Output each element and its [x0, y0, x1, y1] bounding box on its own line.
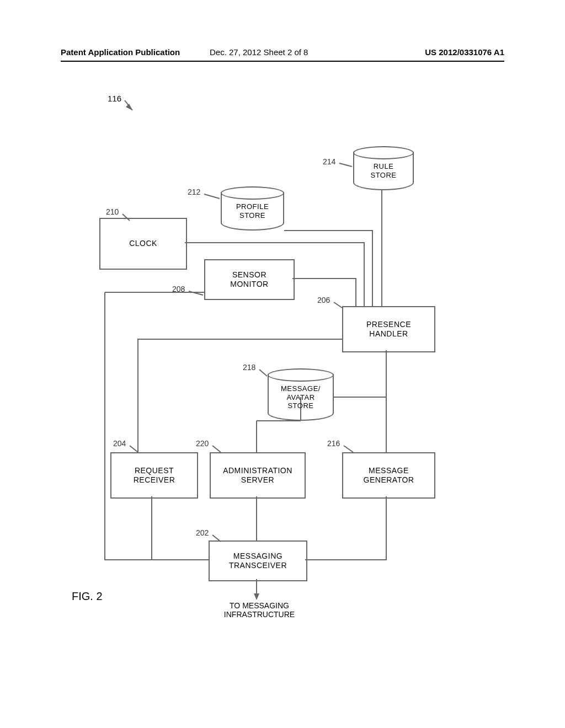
- cyl-profile-store-label: PROFILE STORE: [236, 197, 269, 220]
- cyl-rule-store-label: RULE STORE: [370, 157, 396, 179]
- block-sensor-monitor-label: SENSOR MONITOR: [230, 270, 268, 290]
- ref-msgstore: 218: [243, 363, 255, 372]
- ref-presence: 206: [317, 296, 330, 304]
- footer-text: TO MESSAGING INFRASTRUCTURE: [204, 601, 315, 619]
- block-administration-server-label: ADMINISTRATION SERVER: [223, 466, 292, 485]
- header-rule: [61, 61, 504, 62]
- svg-line-10: [344, 446, 353, 452]
- header-left: Patent Application Publication: [61, 47, 180, 57]
- block-messaging-transceiver: MESSAGING TRANSCEIVER: [209, 540, 307, 581]
- block-request-receiver: REQUEST RECEIVER: [110, 452, 198, 499]
- svg-line-7: [259, 370, 267, 376]
- cyl-message-avatar-store: MESSAGE/ AVATAR STORE: [268, 368, 334, 421]
- svg-line-6: [334, 302, 342, 308]
- block-message-generator-label: MESSAGE GENERATOR: [364, 466, 414, 485]
- svg-line-0: [125, 100, 132, 110]
- ref-transceiver: 202: [196, 528, 209, 537]
- block-clock: CLOCK: [99, 218, 187, 270]
- svg-line-5: [189, 291, 203, 295]
- cyl-profile-store: PROFILE STORE: [221, 186, 284, 231]
- diagram-stage: 116 CLOCK 210 PROFILE STORE 212 RULE STO…: [55, 88, 508, 667]
- cyl-rule-store: RULE STORE: [353, 146, 414, 190]
- ref-overall: 116: [108, 94, 121, 103]
- block-sensor-monitor: SENSOR MONITOR: [204, 259, 295, 300]
- block-request-receiver-label: REQUEST RECEIVER: [134, 466, 175, 485]
- block-clock-label: CLOCK: [129, 239, 157, 249]
- svg-line-9: [212, 446, 221, 452]
- header-right: US 2012/0331076 A1: [425, 47, 504, 57]
- ref-msggen: 216: [327, 439, 340, 448]
- ref-clock: 210: [106, 207, 119, 216]
- cyl-message-avatar-store-label: MESSAGE/ AVATAR STORE: [281, 379, 321, 410]
- page: Patent Application Publication Dec. 27, …: [0, 0, 565, 728]
- block-message-generator: MESSAGE GENERATOR: [342, 452, 435, 499]
- svg-marker-1: [126, 104, 132, 110]
- block-presence-handler-label: PRESENCE HANDLER: [366, 320, 411, 339]
- ref-profile: 212: [188, 188, 200, 196]
- block-administration-server: ADMINISTRATION SERVER: [210, 452, 306, 499]
- ref-admin: 220: [196, 439, 209, 448]
- svg-line-4: [339, 163, 352, 167]
- svg-line-3: [204, 194, 220, 199]
- block-presence-handler: PRESENCE HANDLER: [342, 306, 435, 352]
- svg-line-8: [130, 446, 138, 452]
- ref-request: 204: [113, 439, 126, 448]
- ref-sensor: 208: [172, 285, 185, 293]
- header-mid: Dec. 27, 2012 Sheet 2 of 8: [210, 47, 308, 57]
- block-messaging-transceiver-label: MESSAGING TRANSCEIVER: [229, 552, 287, 571]
- ref-rule: 214: [323, 157, 335, 166]
- svg-marker-22: [254, 593, 259, 600]
- figure-label: FIG. 2: [72, 590, 103, 603]
